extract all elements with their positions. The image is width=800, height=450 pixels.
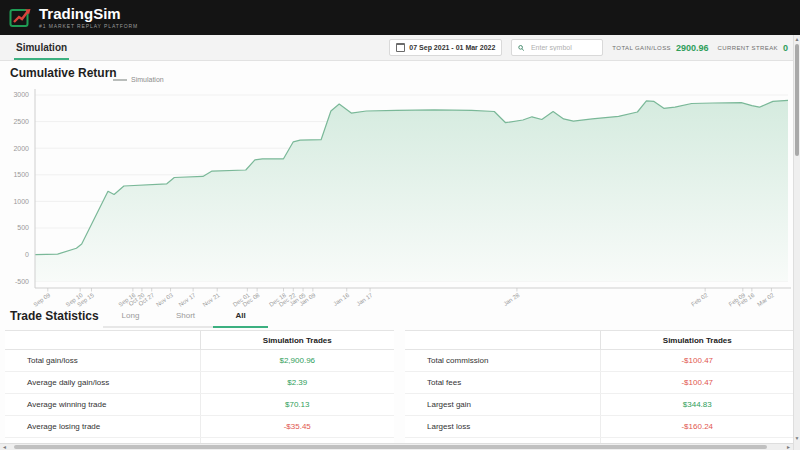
- table-row: Average losing trade-$35.45: [5, 416, 394, 438]
- svg-text:500: 500: [17, 224, 29, 231]
- svg-text:1500: 1500: [13, 171, 29, 178]
- table-header-empty: [405, 331, 600, 349]
- tab-simulation-label: Simulation: [16, 42, 67, 53]
- svg-text:2000: 2000: [13, 145, 29, 152]
- calendar-icon: [396, 43, 405, 52]
- total-gainloss-value: 2900.96: [676, 43, 709, 53]
- date-range-value: 07 Sep 2021 - 01 Mar 2022: [409, 44, 495, 51]
- stats-table-left: Simulation Trades Total gain/loss$2,900.…: [5, 330, 394, 450]
- svg-text:1000: 1000: [13, 198, 29, 205]
- stat-label: Total fees: [405, 372, 600, 393]
- stats-title: Trade Statistics: [10, 309, 99, 323]
- table-row: Total commission-$100.47: [405, 350, 794, 372]
- stat-value: -$100.47: [600, 372, 795, 393]
- svg-text:Jan 17: Jan 17: [355, 292, 374, 307]
- table-row: Average daily gain/loss$2.39: [5, 372, 394, 394]
- table-body: Total commission-$100.47Total fees-$100.…: [405, 350, 794, 450]
- brand-block: TradingSim #1 MARKET REPLAY PLATFORM: [39, 6, 138, 29]
- stat-label: Average winning trade: [5, 394, 200, 415]
- toolbar: Simulation 07 Sep 2021 - 01 Mar 2022 TOT…: [0, 35, 800, 61]
- brand-name: TradingSim: [39, 6, 138, 21]
- stat-value: $344.83: [600, 394, 795, 415]
- stat-label: Total commission: [405, 350, 600, 371]
- brand-tagline: #1 MARKET REPLAY PLATFORM: [39, 23, 138, 29]
- stat-label: Largest gain: [405, 394, 600, 415]
- stats-table-right: Simulation Trades Total commission-$100.…: [405, 330, 794, 450]
- table-row: Largest gain$344.83: [405, 394, 794, 416]
- current-streak-value: 0: [783, 43, 788, 53]
- stat-label: Total gain/loss: [5, 350, 200, 371]
- stat-label: Average losing trade: [5, 416, 200, 437]
- svg-text:Sep 09: Sep 09: [32, 292, 52, 307]
- stat-label: Largest loss: [405, 416, 600, 437]
- stat-value: -$35.45: [200, 416, 395, 437]
- tab-all[interactable]: All: [213, 305, 268, 328]
- current-streak-label: CURRENT STREAK: [717, 45, 778, 51]
- svg-text:Mar 02: Mar 02: [756, 292, 775, 307]
- total-gainloss-metric: TOTAL GAIN/LOSS 2900.96: [612, 43, 708, 53]
- table-header-row: Simulation Trades: [5, 330, 394, 350]
- horizontal-scrollbar[interactable]: ◄ ►: [0, 443, 793, 450]
- table-header-label: Simulation Trades: [600, 331, 795, 349]
- table-body: Total gain/loss$2,900.96Average daily ga…: [5, 350, 394, 450]
- tradingsim-logo[interactable]: TradingSim #1 MARKET REPLAY PLATFORM: [8, 5, 138, 30]
- table-row: Largest loss-$160.24: [405, 416, 794, 438]
- horizontal-scroll-thumb[interactable]: [14, 445, 767, 449]
- table-row: Total fees-$100.47: [405, 372, 794, 394]
- search-icon: [518, 44, 525, 52]
- stat-value: $2,900.96: [200, 350, 395, 371]
- svg-text:Feb 02: Feb 02: [690, 292, 709, 307]
- stat-value: $70.13: [200, 394, 395, 415]
- table-header-row: Simulation Trades: [405, 330, 794, 350]
- date-range-picker[interactable]: 07 Sep 2021 - 01 Mar 2022: [389, 39, 502, 56]
- svg-text:2500: 2500: [13, 118, 29, 125]
- symbol-input[interactable]: [529, 43, 596, 52]
- table-row: Total gain/loss$2,900.96: [5, 350, 394, 372]
- svg-text:Jan 28: Jan 28: [502, 292, 521, 307]
- tab-short[interactable]: Short: [158, 305, 213, 328]
- vertical-scrollbar[interactable]: ▲ ▼: [793, 35, 800, 450]
- svg-text:Jan 16: Jan 16: [332, 292, 351, 307]
- stats-tabs: Long Short All: [103, 305, 268, 328]
- vertical-scroll-thumb[interactable]: [795, 44, 799, 156]
- symbol-search[interactable]: [511, 39, 603, 56]
- stat-value: -$160.24: [600, 416, 795, 437]
- scroll-right-arrow[interactable]: ►: [786, 444, 791, 450]
- stat-label: Average daily gain/loss: [5, 372, 200, 393]
- cumulative-return-chart[interactable]: 300025002000150010005000-500Sep 09Sep 10…: [0, 75, 800, 307]
- app-header: TradingSim #1 MARKET REPLAY PLATFORM: [0, 0, 800, 35]
- tradingsim-logo-icon: [8, 5, 33, 30]
- scroll-down-arrow[interactable]: ▼: [794, 435, 800, 442]
- total-gainloss-label: TOTAL GAIN/LOSS: [612, 45, 671, 51]
- scroll-left-arrow[interactable]: ◄: [2, 444, 7, 450]
- current-streak-metric: CURRENT STREAK 0: [717, 43, 788, 53]
- svg-text:0: 0: [25, 251, 29, 258]
- tab-long[interactable]: Long: [103, 305, 158, 328]
- table-header-label: Simulation Trades: [200, 331, 395, 349]
- table-row: Average winning trade$70.13: [5, 394, 394, 416]
- tab-simulation[interactable]: Simulation: [14, 35, 69, 60]
- svg-text:-500: -500: [15, 278, 29, 285]
- toolbar-controls: 07 Sep 2021 - 01 Mar 2022 TOTAL GAIN/LOS…: [389, 35, 788, 60]
- stat-value: -$100.47: [600, 350, 795, 371]
- table-header-empty: [5, 331, 200, 349]
- stat-value: $2.39: [200, 372, 395, 393]
- scroll-up-arrow[interactable]: ▲: [794, 36, 800, 43]
- svg-text:3000: 3000: [13, 91, 29, 98]
- tradingsim-app: TradingSim #1 MARKET REPLAY PLATFORM Sim…: [0, 0, 800, 450]
